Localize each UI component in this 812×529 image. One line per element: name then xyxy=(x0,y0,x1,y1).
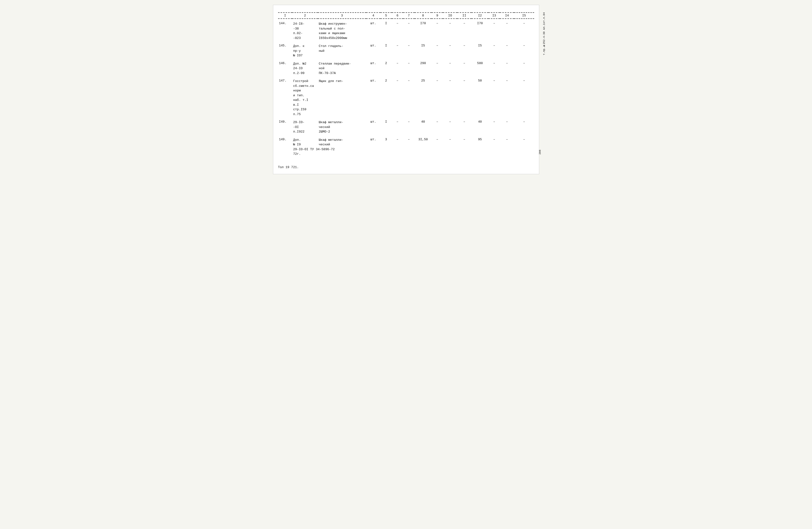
row-col-12: 95 xyxy=(472,137,489,157)
table-row: 146.Доп. №2 24-IO п.2-99Стеллаж передвиж… xyxy=(278,61,534,76)
row-ref: Госстрой сб.сметн.са норм и тип. наб. т.… xyxy=(292,78,318,117)
row-col-8: I70 xyxy=(415,21,432,41)
table-row: 144.24-I8- -38 п.02- -023Шкаф инструмен-… xyxy=(278,21,534,41)
row-col-9: – xyxy=(432,78,443,117)
col-header-6: 6 xyxy=(392,13,403,19)
row-col-14: – xyxy=(500,78,514,117)
row-col-9: – xyxy=(432,137,443,157)
row-description: Ящик для гип- xyxy=(318,78,366,117)
row-col-5: I xyxy=(380,21,392,41)
row-col-13: – xyxy=(489,61,500,76)
row-col-9: – xyxy=(432,43,443,59)
col-header-14: I4 xyxy=(500,13,514,19)
row-col-11: – xyxy=(457,137,472,157)
row-ref: Доп. № I9 29-IO-OI ТУ 34-5896-72 72г. xyxy=(292,137,318,157)
row-col-8: 290 xyxy=(415,61,432,76)
row-col-10: – xyxy=(443,43,457,59)
row-col-13: – xyxy=(489,21,500,41)
row-col-7: – xyxy=(403,78,415,117)
row-unit: шт. xyxy=(366,78,380,117)
row-unit: шт. xyxy=(366,43,380,59)
side-label-top: т.пр.№252-4-30 Ал.1хт.п.84 xyxy=(542,12,546,55)
row-col-11: – xyxy=(457,78,472,117)
row-col-6: – xyxy=(392,78,403,117)
row-col-7: – xyxy=(403,43,415,59)
row-id: 147. xyxy=(278,78,292,117)
row-col-15: – xyxy=(514,21,534,41)
row-col-9: – xyxy=(432,119,443,135)
row-col-15: – xyxy=(514,137,534,157)
row-unit: шт. xyxy=(366,119,380,135)
table-body: 144.24-I8- -38 п.02- -023Шкаф инструмен-… xyxy=(278,19,534,157)
col-header-13: I3 xyxy=(489,13,500,19)
main-table: I 2 3 4 5 6 7 8 9 IO II I2 I3 I4 I5 144.… xyxy=(278,12,534,157)
row-unit: шт. xyxy=(366,21,380,41)
row-col-10: – xyxy=(443,137,457,157)
row-col-6: – xyxy=(392,119,403,135)
side-label-bottom: 286 xyxy=(538,150,541,155)
row-id: 146. xyxy=(278,61,292,76)
row-id: 149. xyxy=(278,137,292,157)
row-col-14: – xyxy=(500,21,514,41)
col-header-9: 9 xyxy=(432,13,443,19)
row-col-6: – xyxy=(392,43,403,59)
row-id: 144. xyxy=(278,21,292,41)
row-col-14: – xyxy=(500,61,514,76)
row-col-7: – xyxy=(403,137,415,157)
row-col-13: – xyxy=(489,137,500,157)
row-col-12: I5 xyxy=(472,43,489,59)
table-row: 147.Госстрой сб.сметн.са норм и тип. наб… xyxy=(278,78,534,117)
col-header-5: 5 xyxy=(380,13,392,19)
row-col-11: – xyxy=(457,119,472,135)
col-header-11: II xyxy=(457,13,472,19)
row-col-15: – xyxy=(514,61,534,76)
row-id: 145. xyxy=(278,43,292,59)
col-header-4: 4 xyxy=(366,13,380,19)
row-ref: Доп. №2 24-IO п.2-99 xyxy=(292,61,318,76)
row-col-8: 3I,50 xyxy=(415,137,432,157)
row-col-6: – xyxy=(392,61,403,76)
row-col-5: 2 xyxy=(380,61,392,76)
row-col-10: – xyxy=(443,119,457,135)
bottom-label: Тол 19 721. xyxy=(278,165,299,169)
row-col-8: I5 xyxy=(415,43,432,59)
col-header-8: 8 xyxy=(415,13,432,19)
row-description: Шкаф металли- ческий 2ШМО-2 xyxy=(318,119,366,135)
row-col-12: I70 xyxy=(472,21,489,41)
row-col-9: – xyxy=(432,61,443,76)
row-col-7: – xyxy=(403,119,415,135)
row-col-9: – xyxy=(432,21,443,41)
row-col-12: 580 xyxy=(472,61,489,76)
row-id: I49. xyxy=(278,119,292,135)
document-page: т.пр.№252-4-30 Ал.1хт.п.84 286 I 2 xyxy=(273,5,539,174)
row-col-11: – xyxy=(457,21,472,41)
table-row: 145.Доп. к пр-у № IO7Стол гладиль- ныйшт… xyxy=(278,43,534,59)
row-col-10: – xyxy=(443,61,457,76)
row-col-8: 25 xyxy=(415,78,432,117)
col-header-3: 3 xyxy=(318,13,366,19)
col-header-10: IO xyxy=(443,13,457,19)
row-col-8: 40 xyxy=(415,119,432,135)
row-col-5: 3 xyxy=(380,137,392,157)
col-header-7: 7 xyxy=(403,13,415,19)
row-ref: 29-IO- -OI п.I922 xyxy=(292,119,318,135)
row-col-11: – xyxy=(457,61,472,76)
row-description: Стеллаж передвиж- ной ПК-70-37А xyxy=(318,61,366,76)
col-header-12: I2 xyxy=(472,13,489,19)
row-col-5: 2 xyxy=(380,78,392,117)
row-col-13: – xyxy=(489,119,500,135)
row-col-5: I xyxy=(380,43,392,59)
row-description: Стол гладиль- ный xyxy=(318,43,366,59)
row-col-7: – xyxy=(403,61,415,76)
row-col-12: 50 xyxy=(472,78,489,117)
row-col-14: – xyxy=(500,119,514,135)
row-col-15: – xyxy=(514,119,534,135)
table-header: I 2 3 4 5 6 7 8 9 IO II I2 I3 I4 I5 xyxy=(278,13,534,19)
row-unit: шт. xyxy=(366,61,380,76)
row-col-13: – xyxy=(489,78,500,117)
row-ref: Доп. к пр-у № IO7 xyxy=(292,43,318,59)
row-ref: 24-I8- -38 п.02- -023 xyxy=(292,21,318,41)
row-col-14: – xyxy=(500,137,514,157)
table-row: I49.29-IO- -OI п.I922Шкаф металли- чески… xyxy=(278,119,534,135)
col-header-2: 2 xyxy=(292,13,318,19)
